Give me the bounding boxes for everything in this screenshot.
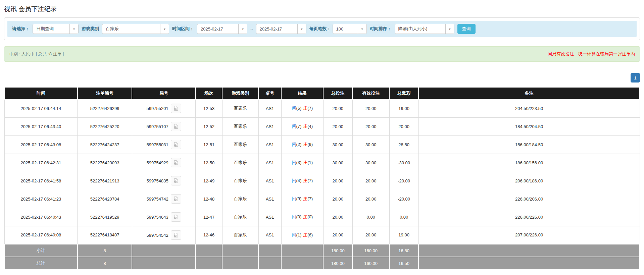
column-header: 总派彩 — [389, 87, 418, 99]
cell-session: 12-47 — [196, 208, 222, 226]
result-player-value: (2) — [296, 142, 301, 147]
result-banker-value: (6) — [307, 232, 313, 237]
summary-text: 币别 : 人民币 | 总共 :8 注单 | — [9, 51, 64, 57]
cell-result: 闲(1)庄(6) — [281, 226, 323, 244]
cell-table-no: AS1 — [258, 190, 281, 208]
video-replay-button[interactable] — [171, 230, 181, 240]
table-row: 2025-02-17 06:43:40522276425220599755107… — [4, 117, 640, 135]
cell-time: 2025-02-17 06:43:08 — [4, 135, 78, 154]
table-row: 2025-02-17 06:41:23522276420784599754742… — [4, 190, 640, 208]
cell-game-type: 百家乐 — [222, 190, 258, 208]
cell-table-no: AS1 — [258, 226, 281, 244]
cell-payout: -30.00 — [389, 154, 418, 172]
total-total-bet-cell: 180.00 — [323, 257, 352, 270]
column-header: 场次 — [196, 87, 222, 99]
video-icon — [173, 142, 179, 147]
filter-bar: 请选择： 日期查询 ▾ 游戏类别 百家乐 ▾ 时间区间： 2025-02-17 … — [7, 21, 637, 37]
subtotal-payout-cell: 16.50 — [389, 244, 418, 257]
date-to-select[interactable]: 2025-02-17 ▾ — [256, 24, 306, 34]
game-type-value: 百家乐 — [102, 24, 160, 34]
cell-bet-no: 522276424237 — [78, 135, 132, 154]
summary-notice: 同局有效投注，统一计算在该局第一张注单内 — [548, 51, 635, 57]
result-player-value: (0) — [296, 214, 301, 219]
video-replay-button[interactable] — [171, 194, 181, 204]
result-player-label: 闲 — [292, 106, 296, 111]
cell-valid-bet: 20.00 — [352, 226, 389, 244]
game-type-select[interactable]: 百家乐 ▾ — [102, 24, 169, 34]
cell-result: 闲(4)庄(7) — [281, 172, 323, 190]
video-replay-button[interactable] — [171, 158, 181, 167]
cell-game-type: 百家乐 — [222, 172, 258, 190]
cell-round-no: 599754929 — [132, 154, 195, 172]
cell-total-bet[interactable]: 20.00 — [323, 172, 352, 190]
cell-bet-no: 522276421913 — [78, 172, 132, 190]
cell-payout: 19.00 — [389, 226, 418, 244]
column-header: 备注 — [418, 87, 640, 99]
cell-round-no: 599754542 — [132, 226, 195, 244]
page-size-select[interactable]: 100 ▾ — [333, 24, 367, 34]
cell-total-bet[interactable]: 20.00 — [323, 208, 352, 226]
page-size-label: 每页笔数 : — [309, 26, 330, 32]
chevron-down-icon: ▾ — [297, 24, 306, 34]
cell-table-no: AS1 — [258, 172, 281, 190]
cell-payout: 19.00 — [389, 99, 418, 117]
cell-bet-no: 522276419529 — [78, 208, 132, 226]
total-round-cell — [132, 257, 195, 270]
time-sort-value: 降幂(由大到小) — [395, 24, 445, 34]
cell-result: 闲(7)庄(4) — [281, 117, 323, 135]
date-from-select[interactable]: 2025-02-17 ▾ — [197, 24, 247, 34]
search-button[interactable]: 查询 — [457, 24, 476, 34]
result-player-value: (9) — [296, 196, 301, 201]
video-replay-button[interactable] — [171, 176, 181, 185]
cell-total-bet[interactable]: 30.00 — [323, 154, 352, 172]
cell-result: 闲(6)庄(7) — [281, 99, 323, 117]
time-sort-select[interactable]: 降幂(由大到小) ▾ — [395, 24, 454, 34]
cell-total-bet[interactable]: 20.00 — [323, 99, 352, 117]
video-replay-button[interactable] — [171, 104, 181, 113]
cell-result: 闲(3)庄(1) — [281, 154, 323, 172]
subtotal-total-bet-cell: 180.00 — [323, 244, 352, 257]
video-icon — [173, 106, 179, 111]
video-replay-button[interactable] — [171, 140, 181, 149]
column-header: 有效投注 — [352, 87, 389, 99]
cell-session: 12-48 — [196, 190, 222, 208]
query-type-select[interactable]: 日期查询 ▾ — [33, 24, 79, 34]
result-player-value: (1) — [296, 232, 301, 237]
page-button-1[interactable]: 1 — [631, 73, 640, 82]
cell-total-bet[interactable]: 20.00 — [323, 226, 352, 244]
cell-time: 2025-02-17 06:43:40 — [4, 117, 78, 135]
cell-result: 闲(2)庄(9) — [281, 135, 323, 154]
cell-session: 12-53 — [196, 99, 222, 117]
cell-remark: 156.00/184.50 — [418, 135, 640, 154]
result-banker-value: (4) — [307, 124, 313, 129]
cell-time: 2025-02-17 06:40:43 — [4, 208, 78, 226]
result-player-label: 闲 — [292, 160, 296, 165]
records-body: 2025-02-17 06:44:14522276426299599755201… — [4, 99, 640, 244]
subtotal-remark-cell — [418, 244, 640, 257]
cell-total-bet[interactable]: 30.00 — [323, 135, 352, 154]
cell-total-bet[interactable]: 20.00 — [323, 190, 352, 208]
video-replay-button[interactable] — [171, 212, 181, 222]
cell-session: 12-51 — [196, 135, 222, 154]
cell-total-bet[interactable]: 20.00 — [323, 117, 352, 135]
total-table-cell — [258, 257, 281, 270]
cell-bet-no: 522276418407 — [78, 226, 132, 244]
cell-payout: 28.50 — [389, 135, 418, 154]
round-no-text: 599755201 — [147, 106, 168, 111]
cell-remark: 184.50/204.50 — [418, 117, 640, 135]
result-player-label: 闲 — [292, 142, 296, 147]
result-banker-value: (0) — [307, 214, 313, 219]
subtotal-round-cell — [132, 244, 195, 257]
cell-time: 2025-02-17 06:42:31 — [4, 154, 78, 172]
subtotal-table-cell — [258, 244, 281, 257]
cell-time: 2025-02-17 06:41:23 — [4, 190, 78, 208]
cell-session: 12-49 — [196, 172, 222, 190]
video-replay-button[interactable] — [171, 122, 181, 131]
query-type-value: 日期查询 — [33, 24, 69, 34]
result-player-value: (3) — [296, 160, 301, 165]
chevron-down-icon: ▾ — [238, 24, 247, 34]
cell-round-no: 599755201 — [132, 99, 195, 117]
table-row: 2025-02-17 06:43:08522276424237599755031… — [4, 135, 640, 154]
cell-remark: 186.00/156.00 — [418, 154, 640, 172]
cell-remark: 206.00/186.00 — [418, 172, 640, 190]
